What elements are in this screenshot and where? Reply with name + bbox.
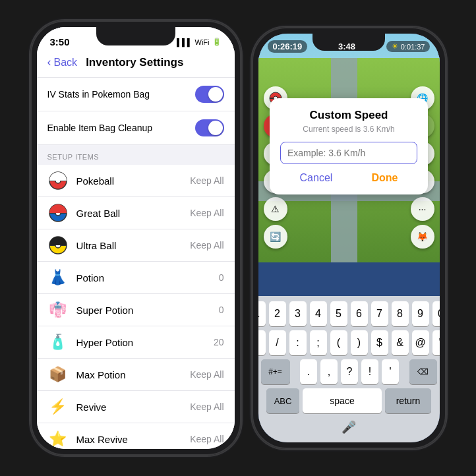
key-quote[interactable]: " [432,330,440,355]
super-potion-icon: 👘 [47,299,69,320]
dialog-title: Custom Speed [280,109,417,122]
item-name-greatball: Great Ball [76,208,191,219]
item-name-revive: Revive [76,402,191,413]
toggle-cleanup-label: Enable Item Bag Cleanup [47,123,153,133]
item-name-ultraball: Ultra Ball [76,240,191,251]
list-item[interactable]: 👗 Potion 0 [37,262,235,294]
notch-left [96,27,175,45]
status-icons-left: ▌▌▌ WiFi 🔋 [177,38,221,46]
item-value-pokeball: Keep All [190,175,223,186]
cancel-button[interactable]: Cancel [300,172,333,184]
mic-icon[interactable]: 🎤 [342,420,356,434]
item-name-potion: Potion [76,272,219,283]
list-item[interactable]: ⭐ Max Revive Keep All [37,423,235,449]
battery-icon: 🔋 [212,38,222,46]
back-button[interactable]: ‹ Back [47,55,78,69]
item-name-maxpotion: Max Potion [76,369,191,380]
key-7[interactable]: 7 [371,301,388,326]
list-item[interactable]: 🧴 Hyper Potion 20 [37,326,235,359]
custom-speed-dialog: Custom Speed Current speed is 3.6 Km/h C… [270,98,428,194]
list-item[interactable]: Pokeball Keep All [37,165,235,197]
key-exclaim[interactable]: ! [361,359,378,384]
key-4[interactable]: 4 [310,301,327,326]
key-1[interactable]: 1 [258,301,266,326]
speed-input[interactable] [280,142,417,164]
item-value-maxrevive: Keep All [190,434,223,444]
key-3[interactable]: 3 [289,301,307,326]
dialog-subtitle: Current speed is 3.6 Km/h [280,125,417,134]
wifi-icon: WiFi [195,38,210,46]
key-semicolon[interactable]: ; [310,330,327,355]
dialog-buttons: Cancel Done [280,172,417,184]
item-name-maxrevive: Max Revive [76,434,191,445]
key-5[interactable]: 5 [330,301,347,326]
hyper-potion-icon: 🧴 [47,332,69,353]
section-header: SETUP ITEMS [37,145,235,165]
nav-bar: ‹ Back Inventory Settings [37,50,235,78]
back-label: Back [54,57,78,69]
list-item[interactable]: Ultra Ball Keep All [37,229,235,262]
item-value-maxpotion: Keep All [190,369,223,380]
time-left: 3:50 [50,36,70,47]
key-abc[interactable]: ABC [266,388,299,413]
items-list: Pokeball Keep All Great Ball Keep All [37,165,235,449]
backspace-key[interactable]: ⌫ [409,359,437,384]
toggle-row-iv: IV Stats in Pokemon Bag [37,78,235,111]
key-colon[interactable]: : [289,330,307,355]
key-dollar[interactable]: $ [371,330,388,355]
key-amp[interactable]: & [392,330,409,355]
list-item[interactable]: 📦 Max Potion Keep All [37,359,235,391]
toggle-cleanup[interactable] [195,119,224,136]
key-6[interactable]: 6 [351,301,368,326]
key-period[interactable]: . [300,359,317,384]
list-item[interactable]: Great Ball Keep All [37,197,235,229]
max-revive-icon: ⭐ [47,429,69,449]
item-value-ultraball: Keep All [190,240,223,251]
item-value-superpotion: 0 [219,305,224,315]
settings-section: IV Stats in Pokemon Bag Enable Item Bag … [37,78,235,145]
key-2[interactable]: 2 [269,301,286,326]
key-0[interactable]: 0 [432,301,440,326]
screen-right: 🏰 ♦ ♦ 🧑 🌀 0:26:19 3:48 [258,34,440,442]
list-item[interactable]: 👘 Super Potion 0 [37,294,235,326]
item-value-potion: 0 [219,272,224,283]
keyboard-row-1: 1 2 3 4 5 6 7 8 9 0 [261,301,437,326]
pokeball-icon [47,170,69,191]
keyboard: 1 2 3 4 5 6 7 8 9 0 - / : [258,296,440,442]
greatball-icon [47,202,69,223]
item-value-greatball: Keep All [190,208,223,218]
max-potion-icon: 📦 [47,364,69,385]
key-8[interactable]: 8 [392,301,409,326]
list-item[interactable]: ⚡ Revive Keep All [37,391,235,423]
done-button[interactable]: Done [371,172,398,184]
dialog-overlay: Custom Speed Current speed is 3.6 Km/h C… [258,34,440,258]
key-question[interactable]: ? [341,359,358,384]
key-symbols[interactable]: #+= [261,359,290,384]
left-phone: 3:50 ▌▌▌ WiFi 🔋 ‹ Back Inventory Setting… [30,20,241,456]
revive-icon: ⚡ [47,396,69,417]
key-space[interactable]: space [303,388,382,413]
key-apostrophe[interactable]: ' [382,359,399,384]
ultraball-icon [47,235,69,256]
key-comma[interactable]: , [320,359,338,384]
mic-bar: 🎤 [261,417,437,434]
key-minus[interactable]: - [258,330,266,355]
key-at[interactable]: @ [412,330,429,355]
item-name-superpotion: Super Potion [76,305,219,316]
key-lparen[interactable]: ( [330,330,347,355]
keyboard-row-bottom: ABC space return [261,388,437,413]
toggle-row-cleanup: Enable Item Bag Cleanup [37,111,235,145]
item-value-revive: Keep All [190,402,223,412]
key-9[interactable]: 9 [412,301,429,326]
item-value-hyperpotion: 20 [214,337,224,347]
keyboard-row-2: - / : ; ( ) $ & @ " [261,330,437,355]
keyboard-row-3: #+= . , ? ! ' ⌫ [261,359,437,384]
key-rparen[interactable]: ) [351,330,368,355]
key-return[interactable]: return [385,388,431,413]
toggle-iv-label: IV Stats in Pokemon Bag [47,89,150,100]
key-slash[interactable]: / [269,330,286,355]
item-name-pokeball: Pokeball [76,175,191,187]
item-name-hyperpotion: Hyper Potion [76,337,214,348]
nav-title: Inventory Settings [77,56,192,69]
toggle-iv[interactable] [195,86,224,103]
